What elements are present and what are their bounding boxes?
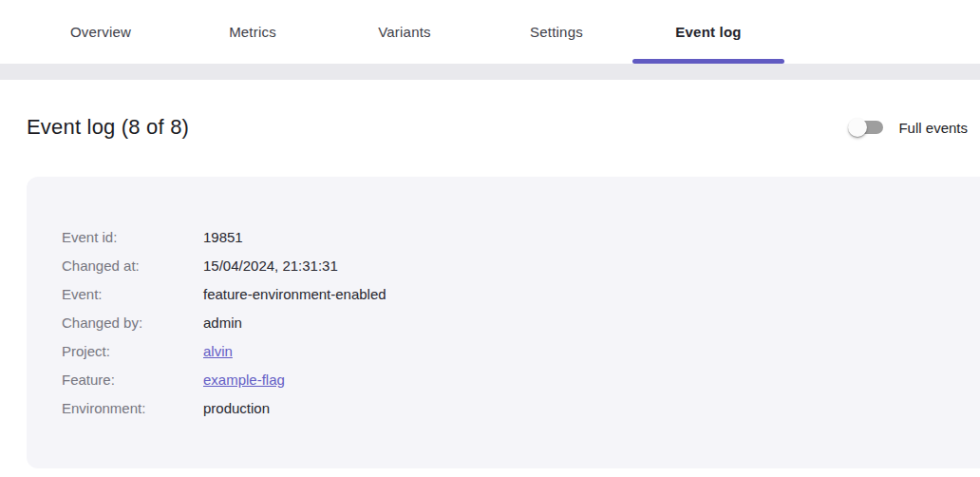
event-row-changed-at: Changed at: 15/04/2024, 21:31:31 — [62, 255, 960, 277]
event-row-event-type: Event: feature-environment-enabled — [62, 283, 960, 305]
event-row-environment: Environment: production — [62, 397, 960, 419]
event-card: Event id: 19851 Changed at: 15/04/2024, … — [27, 177, 980, 468]
toggle-thumb-icon — [848, 118, 867, 137]
row-value: 15/04/2024, 21:31:31 — [203, 255, 338, 277]
event-row-feature: Feature: example-flag — [62, 369, 960, 391]
row-value: admin — [203, 312, 242, 334]
event-row-project: Project: alvin — [62, 340, 960, 362]
project-link[interactable]: alvin — [203, 340, 233, 362]
full-events-control: Full events — [848, 116, 968, 139]
page-background-gap — [0, 64, 980, 80]
tab-bar: Overview Metrics Variants Settings Event… — [0, 0, 980, 64]
row-value: feature-environment-enabled — [203, 283, 386, 305]
tab-variants[interactable]: Variants — [329, 0, 481, 64]
full-events-toggle[interactable] — [848, 116, 886, 139]
row-label: Project: — [62, 340, 203, 362]
row-label: Changed at: — [62, 255, 203, 277]
page-title: Event log (8 of 8) — [27, 115, 189, 140]
panel-header: Event log (8 of 8) Full events — [0, 80, 980, 140]
row-value: production — [203, 397, 270, 419]
row-label: Event: — [62, 283, 203, 305]
row-label: Event id: — [62, 226, 203, 248]
event-row-changed-by: Changed by: admin — [62, 312, 960, 334]
event-log-panel: Event log (8 of 8) Full events Event id:… — [0, 80, 980, 477]
feature-link[interactable]: example-flag — [203, 369, 285, 391]
row-value: 19851 — [203, 226, 243, 248]
event-row-id: Event id: 19851 — [62, 226, 960, 248]
tab-event-log[interactable]: Event log — [632, 0, 784, 64]
row-label: Changed by: — [62, 312, 203, 334]
row-label: Environment: — [62, 397, 203, 419]
tab-metrics[interactable]: Metrics — [177, 0, 329, 64]
tab-settings[interactable]: Settings — [481, 0, 632, 64]
row-label: Feature: — [62, 369, 203, 391]
tab-overview[interactable]: Overview — [25, 0, 177, 64]
full-events-label[interactable]: Full events — [898, 120, 968, 136]
